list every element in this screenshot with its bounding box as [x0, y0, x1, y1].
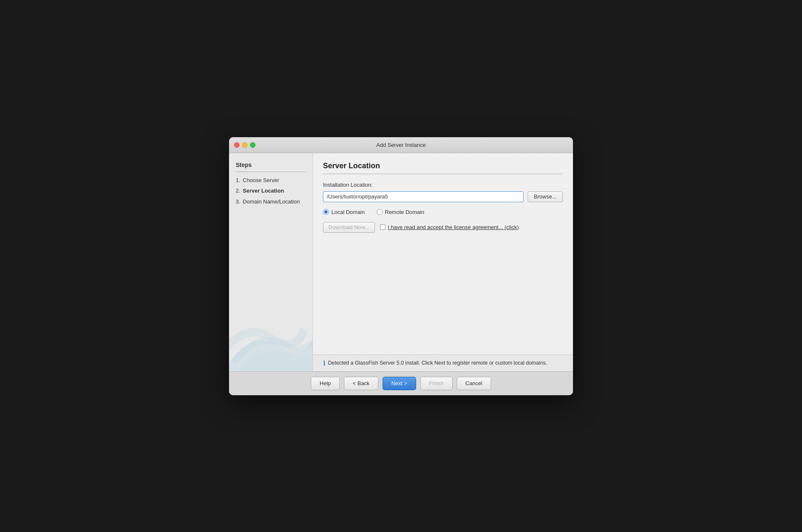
- content-area: Server Location Installation Location: B…: [313, 153, 573, 355]
- step-1-label: Choose Server: [243, 176, 279, 185]
- license-link[interactable]: I have read and accept the license agree…: [388, 224, 519, 230]
- step-3-label: Domain Name/Location: [243, 198, 300, 206]
- button-bar: Help < Back Next > Finish Cancel: [229, 371, 573, 395]
- installation-path-input[interactable]: [323, 191, 523, 202]
- info-bar: ℹ Detected a GlassFish Server 5.0 instal…: [313, 355, 573, 371]
- window-body: Steps 1. Choose Server 2. Server Locatio…: [229, 153, 573, 371]
- step-1: 1. Choose Server: [236, 176, 306, 185]
- sidebar: Steps 1. Choose Server 2. Server Locatio…: [229, 153, 313, 371]
- download-row: Download Now... I have read and accept t…: [323, 222, 563, 233]
- license-wrapper: I have read and accept the license agree…: [380, 224, 519, 230]
- next-button[interactable]: Next >: [383, 377, 416, 390]
- traffic-lights: [234, 142, 255, 148]
- field-label: Installation Location:: [323, 182, 563, 188]
- main-window: Add Server Instance Steps 1. Choose Serv…: [229, 137, 573, 395]
- step-2-number: 2.: [236, 187, 240, 195]
- info-message: Detected a GlassFish Server 5.0 install.…: [328, 360, 547, 366]
- remote-domain-label: Remote Domain: [385, 209, 424, 215]
- window-title: Add Server Instance: [376, 142, 426, 148]
- finish-button[interactable]: Finish: [420, 377, 453, 390]
- section-title: Server Location: [323, 162, 563, 174]
- minimize-button[interactable]: [242, 142, 247, 148]
- step-3-number: 3.: [236, 198, 240, 206]
- local-domain-radio[interactable]: [323, 209, 329, 215]
- sidebar-watermark: [229, 287, 312, 371]
- local-domain-option[interactable]: Local Domain: [323, 209, 365, 215]
- help-button[interactable]: Help: [311, 377, 340, 390]
- step-2-label: Server Location: [243, 187, 284, 195]
- license-checkbox[interactable]: [380, 224, 385, 230]
- step-2: 2. Server Location: [236, 187, 306, 195]
- main-content: Server Location Installation Location: B…: [313, 153, 573, 371]
- step-1-number: 1.: [236, 176, 240, 185]
- close-button[interactable]: [234, 142, 240, 148]
- remote-domain-option[interactable]: Remote Domain: [377, 209, 424, 215]
- input-row: Browse...: [323, 191, 563, 202]
- local-domain-label: Local Domain: [331, 209, 365, 215]
- maximize-button[interactable]: [250, 142, 255, 148]
- steps-list: 1. Choose Server 2. Server Location 3. D…: [236, 176, 306, 206]
- sidebar-heading: Steps: [236, 162, 306, 172]
- browse-button[interactable]: Browse...: [528, 191, 563, 202]
- step-3: 3. Domain Name/Location: [236, 198, 306, 206]
- radio-row: Local Domain Remote Domain: [323, 209, 563, 215]
- download-button[interactable]: Download Now...: [323, 222, 375, 233]
- titlebar: Add Server Instance: [229, 137, 573, 153]
- info-icon: ℹ: [323, 359, 325, 367]
- back-button[interactable]: < Back: [344, 377, 378, 390]
- cancel-button[interactable]: Cancel: [457, 377, 491, 390]
- remote-domain-radio[interactable]: [377, 209, 383, 215]
